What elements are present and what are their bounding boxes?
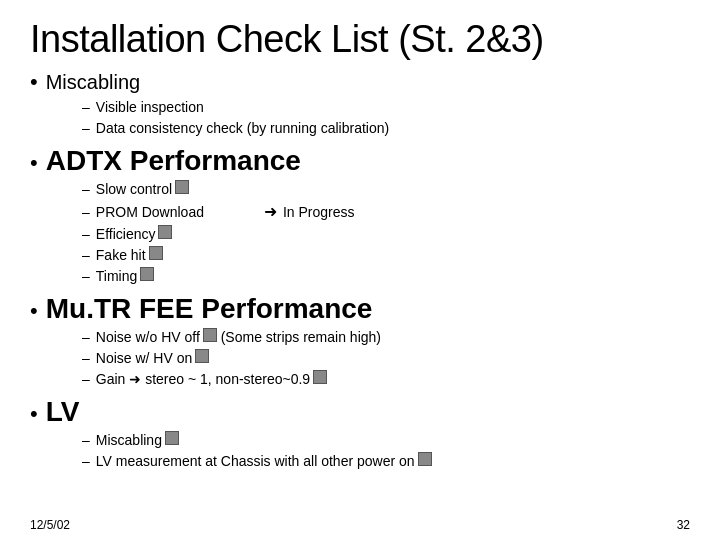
lv-subitems: – Miscabling – LV measurement at Chassis… xyxy=(82,430,690,472)
miscabling-label: Miscabling xyxy=(46,71,140,94)
page: Installation Check List (St. 2&3) • Misc… xyxy=(0,0,720,540)
mutr-subitems: – Noise w/o HV off (Some strips remain h… xyxy=(82,327,690,390)
adtx-label: ADTX Performance xyxy=(46,145,301,177)
status-icon xyxy=(195,349,209,363)
list-item: – Visible inspection xyxy=(82,97,690,118)
noise-hv-off-extra: (Some strips remain high) xyxy=(217,327,381,348)
adtx-subitems: – Slow control – PROM Download ➜ In Prog… xyxy=(82,179,690,287)
miscabling-subitems: – Visible inspection – Data consistency … xyxy=(82,97,690,139)
bullet-dot: • xyxy=(30,401,38,427)
visible-inspection-text: Visible inspection xyxy=(96,97,204,118)
list-item: – Noise w/o HV off (Some strips remain h… xyxy=(82,327,690,348)
section-adtx: • ADTX Performance – Slow control – PROM… xyxy=(30,145,690,287)
section-mutr: • Mu.TR FEE Performance – Noise w/o HV o… xyxy=(30,293,690,390)
list-item: – PROM Download ➜ In Progress xyxy=(82,200,690,224)
arrow-icon: ➜ xyxy=(264,200,277,224)
lv-miscabling-text: Miscabling xyxy=(96,430,162,451)
mutr-label: Mu.TR FEE Performance xyxy=(46,293,373,325)
bullet-lv: • LV xyxy=(30,396,690,428)
status-icon xyxy=(203,328,217,342)
timing-text: Timing xyxy=(96,266,138,287)
list-item: – Gain ➜ stereo ~ 1, non-stereo~0.9 xyxy=(82,369,690,390)
in-progress-text: In Progress xyxy=(283,202,355,223)
fake-hit-text: Fake hit xyxy=(96,245,146,266)
section-lv: • LV – Miscabling – LV measurement at Ch… xyxy=(30,396,690,472)
status-icon xyxy=(149,246,163,260)
list-item: – Slow control xyxy=(82,179,690,200)
bullet-miscabling: • Miscabling xyxy=(30,69,690,95)
prom-download-text: PROM Download xyxy=(96,202,204,223)
list-item: – LV measurement at Chassis with all oth… xyxy=(82,451,690,472)
status-icon xyxy=(313,370,327,384)
efficiency-text: Efficiency xyxy=(96,224,156,245)
gain-arrow: ➜ xyxy=(125,369,145,390)
list-item: – Noise w/ HV on xyxy=(82,348,690,369)
noise-hv-on-text: Noise w/ HV on xyxy=(96,348,192,369)
status-icon xyxy=(175,180,189,194)
section-miscabling: • Miscabling – Visible inspection – Data… xyxy=(30,69,690,139)
list-item: – Miscabling xyxy=(82,430,690,451)
bullet-dot: • xyxy=(30,298,38,324)
data-consistency-text: Data consistency check (by running calib… xyxy=(96,118,389,139)
bullet-dot: • xyxy=(30,69,38,95)
footer: 12/5/02 32 xyxy=(0,518,720,532)
bullet-mutr: • Mu.TR FEE Performance xyxy=(30,293,690,325)
slow-control-text: Slow control xyxy=(96,179,172,200)
status-icon xyxy=(165,431,179,445)
page-title: Installation Check List (St. 2&3) xyxy=(30,18,690,61)
footer-date: 12/5/02 xyxy=(30,518,70,532)
lv-label: LV xyxy=(46,396,80,428)
bullet-adtx: • ADTX Performance xyxy=(30,145,690,177)
list-item: – Timing xyxy=(82,266,690,287)
noise-hv-off-text: Noise w/o HV off xyxy=(96,327,200,348)
in-progress-label: ➜ In Progress xyxy=(264,200,355,224)
list-item: – Efficiency xyxy=(82,224,690,245)
gain-text: Gain xyxy=(96,369,126,390)
list-item: – Data consistency check (by running cal… xyxy=(82,118,690,139)
bullet-dot: • xyxy=(30,150,38,176)
status-icon xyxy=(140,267,154,281)
footer-page: 32 xyxy=(677,518,690,532)
status-icon xyxy=(158,225,172,239)
lv-measurement-text: LV measurement at Chassis with all other… xyxy=(96,451,415,472)
gain-extra: stereo ~ 1, non-stereo~0.9 xyxy=(145,369,310,390)
list-item: – Fake hit xyxy=(82,245,690,266)
status-icon xyxy=(418,452,432,466)
